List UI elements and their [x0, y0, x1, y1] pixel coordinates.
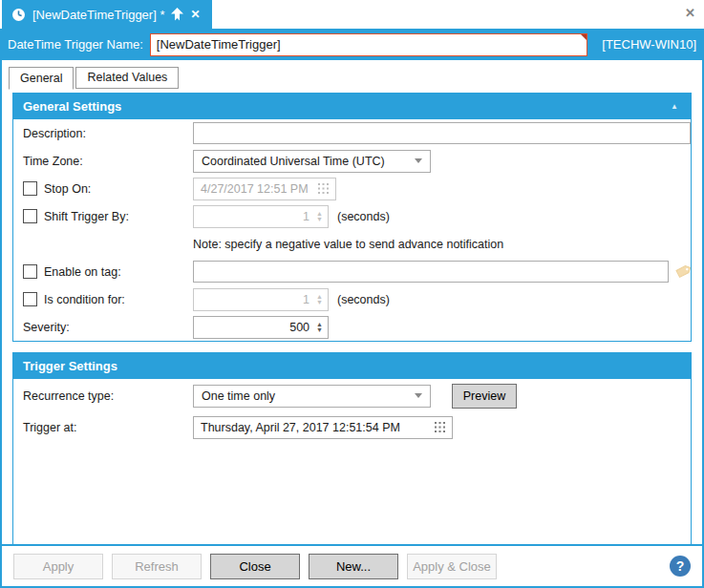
general-settings-panel: General Settings ▲ Description: Time Zon… — [12, 93, 692, 342]
validation-error-marker — [581, 34, 587, 40]
general-settings-header: General Settings ▲ — [13, 94, 691, 119]
recurrence-dropdown[interactable]: One time only — [193, 385, 431, 408]
severity-spinner[interactable]: 500 ▲▼ — [193, 316, 329, 339]
preview-button[interactable]: Preview — [452, 384, 517, 409]
datetime-trigger-editor-window: [NewDateTimeTrigger] * ✕ ✕ DateTime Trig… — [0, 0, 704, 588]
calendar-grid-icon — [318, 183, 329, 194]
trigger-settings-header: Trigger Settings — [13, 353, 691, 379]
chevron-down-icon — [415, 393, 422, 398]
is-condition-label: Is condition for: — [44, 293, 125, 306]
stop-on-checkbox[interactable] — [23, 181, 37, 196]
name-bar: DateTime Trigger Name: [TECHW-WIN10] — [0, 29, 704, 60]
spinner-arrows-icon[interactable]: ▲▼ — [316, 294, 323, 305]
float-window-icon[interactable] — [171, 8, 183, 21]
stop-on-value: 4/27/2017 12:51 PM — [201, 182, 312, 196]
severity-row: Severity: 500 ▲▼ — [13, 313, 691, 341]
tab-general[interactable]: General — [9, 67, 74, 90]
timezone-row: Time Zone: Coordinated Universal Time (U… — [13, 147, 691, 175]
content-area: General Related Values General Settings … — [0, 60, 704, 544]
trigger-at-datepicker[interactable]: Thursday, April 27, 2017 12:51:54 PM — [193, 416, 453, 439]
recurrence-value: One time only — [202, 389, 415, 403]
tab-bar: General Related Values — [9, 65, 702, 89]
trigger-name-field-wrap — [150, 33, 587, 56]
shift-trigger-value: 1 — [200, 210, 316, 223]
document-tab-strip: [NewDateTimeTrigger] * ✕ ✕ — [0, 0, 704, 29]
recurrence-row: Recurrence type: One time only Preview — [13, 381, 691, 410]
timezone-dropdown[interactable]: Coordinated Universal Time (UTC) — [193, 150, 431, 173]
document-tab[interactable]: [NewDateTimeTrigger] * ✕ — [2, 0, 212, 29]
stop-on-row: Stop On: 4/27/2017 12:51 PM — [13, 175, 691, 202]
shift-trigger-checkbox[interactable] — [23, 209, 37, 223]
help-icon[interactable]: ? — [670, 556, 691, 577]
is-condition-spinner[interactable]: 1 ▲▼ — [193, 288, 329, 311]
footer-button-bar: Apply Refresh Close New... Apply & Close… — [0, 544, 704, 588]
close-button[interactable]: Close — [210, 554, 300, 579]
is-condition-checkbox[interactable] — [23, 292, 37, 306]
calendar-grid-icon — [435, 422, 445, 432]
general-settings-title: General Settings — [23, 99, 121, 114]
chevron-down-icon — [415, 158, 422, 163]
trigger-at-value: Thursday, April 27, 2017 12:51:54 PM — [201, 421, 429, 434]
shift-trigger-spinner[interactable]: 1 ▲▼ — [193, 205, 329, 228]
is-condition-row: Is condition for: 1 ▲▼ (seconds) — [13, 285, 691, 313]
document-tab-title: [NewDateTimeTrigger] * — [32, 8, 164, 22]
stop-on-datepicker[interactable]: 4/27/2017 12:51 PM — [193, 178, 336, 200]
tab-close-icon[interactable]: ✕ — [190, 9, 200, 20]
recurrence-label: Recurrence type: — [23, 389, 193, 403]
timezone-label: Time Zone: — [23, 155, 193, 168]
window-close-icon[interactable]: ✕ — [685, 7, 695, 19]
host-machine-label: [TECHW-WIN10] — [602, 37, 696, 52]
timezone-value: Coordinated Universal Time (UTC) — [202, 155, 415, 168]
spinner-arrows-icon[interactable]: ▲▼ — [316, 322, 323, 333]
apply-and-close-button[interactable]: Apply & Close — [407, 554, 497, 579]
shift-trigger-row: Shift Trigger By: 1 ▲▼ (seconds) — [13, 202, 691, 230]
trigger-name-input[interactable] — [150, 33, 587, 56]
new-button[interactable]: New... — [309, 554, 398, 579]
tag-icon[interactable] — [674, 263, 691, 280]
stop-on-label: Stop On: — [44, 182, 91, 196]
is-condition-value: 1 — [200, 293, 316, 306]
note-row: Note: specify a negative value to send a… — [13, 230, 691, 258]
trigger-name-label: DateTime Trigger Name: — [8, 37, 143, 52]
severity-label: Severity: — [23, 321, 193, 334]
negative-value-note: Note: specify a negative value to send a… — [193, 238, 503, 251]
description-row: Description: — [13, 119, 691, 147]
severity-value: 500 — [200, 321, 316, 334]
clock-icon — [11, 8, 26, 22]
trigger-at-label: Trigger at: — [23, 421, 193, 434]
collapse-section-icon[interactable]: ▲ — [671, 102, 678, 111]
trigger-settings-panel: Trigger Settings Recurrence type: One ti… — [12, 352, 692, 546]
trigger-settings-title: Trigger Settings — [23, 359, 117, 373]
description-input[interactable] — [193, 122, 691, 144]
tab-related-values[interactable]: Related Values — [75, 67, 179, 89]
is-condition-unit: (seconds) — [337, 293, 390, 306]
shift-trigger-unit: (seconds) — [337, 210, 390, 223]
enable-on-tag-label: Enable on tag: — [44, 265, 121, 279]
enable-on-tag-checkbox[interactable] — [23, 264, 37, 279]
trigger-at-row: Trigger at: Thursday, April 27, 2017 12:… — [13, 412, 691, 442]
enable-on-tag-input[interactable] — [193, 261, 669, 283]
spinner-arrows-icon[interactable]: ▲▼ — [316, 211, 323, 222]
description-label: Description: — [23, 127, 193, 140]
enable-on-tag-row: Enable on tag: — [13, 258, 691, 285]
shift-trigger-label: Shift Trigger By: — [44, 210, 129, 223]
apply-button[interactable]: Apply — [13, 554, 103, 579]
refresh-button[interactable]: Refresh — [112, 554, 202, 579]
